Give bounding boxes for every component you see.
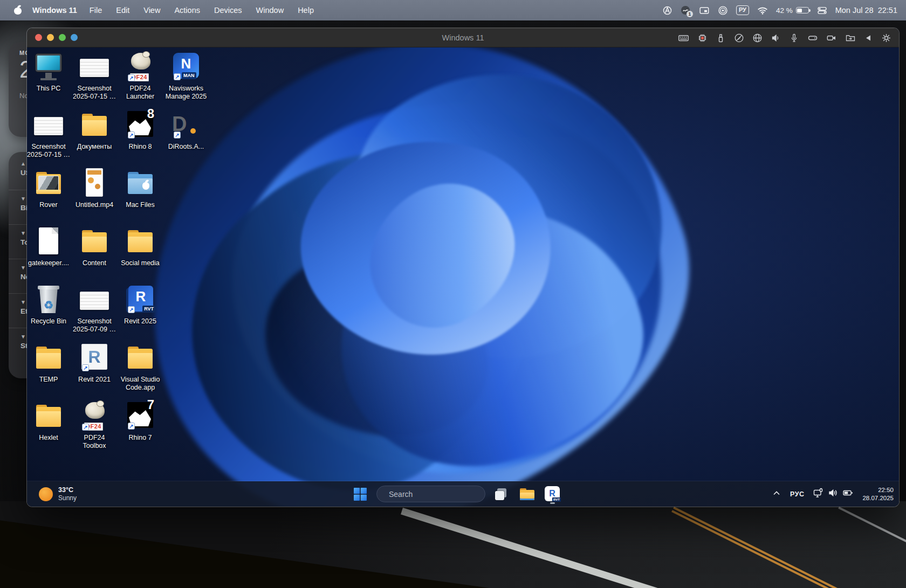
icon-label: Rhino 8 [118, 143, 163, 151]
icon-label: Документы [72, 143, 117, 151]
desktop-icon-rhino-8[interactable]: 8↗Rhino 8 [118, 110, 163, 151]
menu-devices[interactable]: Devices [207, 6, 249, 15]
menu-view[interactable]: View [136, 6, 167, 15]
settings-gear-icon[interactable] [881, 33, 891, 43]
macos-menu-bar: Windows 11 FileEditViewActionsDevicesWin… [0, 0, 906, 20]
desktop-icon-rover[interactable]: Rover [27, 168, 71, 209]
windows-taskbar: 33°C Sunny [27, 481, 899, 507]
battery-icon [796, 7, 809, 13]
taskbar-search[interactable] [376, 486, 485, 502]
sound-icon[interactable] [771, 33, 781, 43]
tray-overflow-chevron[interactable] [772, 488, 781, 500]
desktop-icon-content[interactable]: Content [72, 226, 117, 267]
desktop-icon-screenshot-2025-07-15[interactable]: Screenshot 2025-07-15 … [72, 52, 117, 101]
desktop-icon-untitled-mp4[interactable]: Untitled.mp4 [72, 168, 117, 209]
hard-disk-icon[interactable] [807, 33, 818, 43]
desktop-icon-rhino-7[interactable]: 7↗Rhino 7 [118, 401, 163, 442]
hotspot-icon[interactable] [718, 5, 728, 16]
icon-label: Screenshot 2025-07-15 … [72, 85, 117, 101]
taskbar-date: 28.07.2025 [862, 494, 894, 502]
icon-label: Mac Files [118, 201, 163, 209]
battery-indicator[interactable]: 42 % [776, 6, 809, 15]
network-globe-icon[interactable] [752, 33, 763, 43]
app-menu-title[interactable]: Windows 11 [32, 6, 77, 15]
desktop-icon-navisworks-manage-2025[interactable]: NMAN↗Navisworks Manage 2025 [163, 52, 209, 101]
thumb-icon [77, 52, 112, 83]
icon-label: TEMP [27, 376, 71, 384]
desktop-icon-diroots-a[interactable]: D↗DiRoots.A... [163, 110, 209, 151]
icon-label: This PC [27, 85, 71, 93]
apple-menu[interactable] [14, 6, 22, 15]
input-source-indicator[interactable]: РУ [736, 5, 749, 15]
desktop-icon-mac-files[interactable]: Mac Files [118, 168, 163, 209]
desktop-icon-gatekeeper[interactable]: gatekeeper.... [27, 226, 71, 267]
keyboard-icon[interactable] [678, 33, 689, 43]
back-triangle-icon[interactable] [864, 33, 873, 43]
menu-items: FileEditViewActionsDevicesWindowHelp [83, 6, 321, 15]
battery-percent: 42 % [776, 6, 793, 15]
notification-badge-icon[interactable]: 1 [681, 5, 691, 16]
folder-icon [31, 343, 66, 374]
desktop-icon-документы[interactable]: Документы [72, 110, 117, 151]
folder-icon [123, 343, 157, 374]
taskbar-clock[interactable]: 22:50 28.07.2025 [862, 486, 894, 502]
search-input[interactable] [388, 489, 488, 499]
shared-folder-icon[interactable] [845, 33, 856, 43]
icon-label: Revit 2025 [118, 317, 163, 326]
vm-titlebar: Windows 11 [27, 28, 899, 47]
icon-label: Rover [27, 201, 71, 209]
desktop-icon-revit-2021[interactable]: R↗Revit 2021 [72, 343, 117, 384]
icon-label: gatekeeper.... [27, 259, 71, 267]
start-button[interactable] [351, 485, 369, 503]
language-indicator[interactable]: РУС [790, 490, 804, 498]
icon-label: DiRoots.A... [163, 143, 209, 151]
folder-icon [77, 226, 112, 258]
icon-label: Revit 2021 [72, 376, 117, 384]
desktop-icon-revit-2025[interactable]: RRVT↗Revit 2025 [118, 285, 163, 326]
volume-icon[interactable] [828, 488, 839, 500]
file-explorer-button[interactable] [518, 485, 536, 503]
control-center-icon[interactable] [817, 5, 827, 16]
icon-label: Content [72, 259, 117, 267]
menu-file[interactable]: File [83, 6, 109, 15]
desktop-icon-screenshot-2025-07-15[interactable]: Screenshot 2025-07-15 … [27, 110, 71, 159]
menu-actions[interactable]: Actions [167, 6, 207, 15]
weather-temp: 33°C [58, 486, 77, 494]
shortcut-arrow-icon: ↗ [174, 132, 181, 139]
wifi-icon[interactable] [757, 5, 768, 15]
shortcut-arrow-icon: ↗ [174, 73, 181, 80]
video-icon [77, 168, 112, 199]
pen-disabled-icon[interactable] [734, 33, 744, 43]
anarchy-app-icon[interactable] [662, 5, 672, 16]
weather-widget[interactable]: 33°C Sunny [35, 481, 81, 507]
revit2025-icon: RRVT↗ [123, 285, 157, 316]
desktop-icon-temp[interactable]: TEMP [27, 343, 71, 384]
desktop-icon-visual-studio-code-app[interactable]: Visual Studio Code.app [118, 343, 163, 392]
menu-window[interactable]: Window [249, 6, 291, 15]
thumb-icon [77, 285, 112, 316]
desktop-icon-this-pc[interactable]: This PC [27, 52, 71, 93]
microphone-icon[interactable] [789, 33, 799, 43]
hardware-monitor-icon[interactable] [813, 488, 824, 501]
menu-help[interactable]: Help [291, 6, 321, 15]
screen-sharing-icon[interactable] [699, 5, 710, 16]
task-view-button[interactable] [492, 485, 511, 503]
navisworks-icon: NMAN↗ [169, 52, 203, 83]
menu-bar-clock[interactable]: Mon Jul 28 22:51 [835, 6, 897, 15]
icon-label: PDF24 Toolbox [72, 434, 117, 450]
desktop-icon-hexlet[interactable]: Hexlet [27, 401, 71, 442]
cpu-icon[interactable] [697, 33, 708, 43]
desktop-icon-pdf24-toolbox[interactable]: DF24↗PDF24 Toolbox [72, 401, 117, 450]
camera-icon[interactable] [826, 33, 837, 43]
battery-tray-icon[interactable] [842, 488, 854, 500]
desktop-icon-pdf24-launcher[interactable]: DF24↗PDF24 Launcher [118, 52, 163, 101]
revit-taskbar-button[interactable]: R RVT [543, 485, 561, 503]
icon-label: Social media [118, 259, 163, 267]
menu-edit[interactable]: Edit [109, 6, 136, 15]
desktop-icon-screenshot-2025-07-09[interactable]: Screenshot 2025-07-09 … [72, 285, 117, 334]
desktop-icon-recycle-bin[interactable]: ♻Recycle Bin [27, 285, 71, 326]
desktop-icon-social-media[interactable]: Social media [118, 226, 163, 267]
doc-icon [31, 226, 66, 258]
vm-window: This PCScreenshot 2025-07-15 …DF24↗PDF24… [27, 28, 899, 507]
usb-icon[interactable] [716, 33, 726, 43]
